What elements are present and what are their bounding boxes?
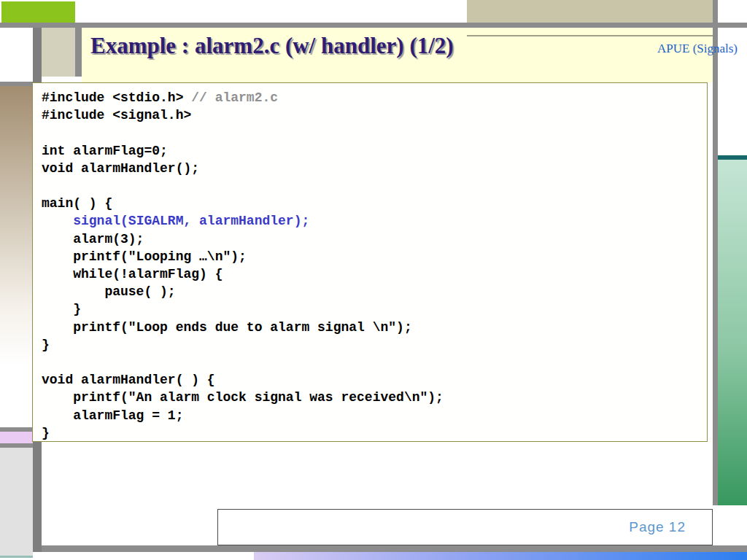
green-accent-block <box>1 1 75 23</box>
code-line: } <box>42 424 707 442</box>
gray-strip <box>75 28 82 77</box>
code-text: alarm(3); <box>42 232 144 246</box>
course-badge: APUE (Signals) <box>657 42 738 56</box>
code-text: int alarmFlag=0; <box>42 144 168 158</box>
left-light-gray-column <box>0 448 33 556</box>
page-number-box: Page 12 <box>217 509 713 545</box>
tan-accent-block-left <box>42 28 75 77</box>
code-line: void alarmHandler( ) { <box>42 371 707 389</box>
left-brown-gradient-column <box>0 86 33 427</box>
code-text: while(!alarmFlag) { <box>42 267 222 281</box>
code-line: printf("An alarm clock signal was receiv… <box>42 389 707 406</box>
lavender-accent-block <box>0 432 33 443</box>
code-text: void alarmHandler(); <box>42 161 199 176</box>
right-green-gradient-column <box>718 160 747 505</box>
code-line <box>42 124 707 141</box>
slide-title: Example : alarm2.c (w/ handler) (1/2) <box>90 33 454 59</box>
code-text: } <box>42 338 50 352</box>
right-vertical-bar <box>713 0 718 505</box>
slide: Page 12 #include <stdio.h> // alarm2.c#i… <box>0 0 747 560</box>
code-text <box>42 214 73 228</box>
code-line: printf("Looping …\n"); <box>42 248 707 265</box>
code-text: void alarmHandler( ) { <box>42 373 215 387</box>
code-text: #include <signal.h> <box>42 108 191 122</box>
code-text: pause( ); <box>42 284 176 299</box>
code-line: int alarmFlag=0; <box>42 142 707 160</box>
code-line: } <box>42 300 707 318</box>
code-line: pause( ); <box>42 283 707 300</box>
code-line: main( ) { <box>42 195 707 212</box>
code-text: } <box>42 426 50 440</box>
left-white-box <box>0 28 33 82</box>
code-line: } <box>42 336 707 354</box>
code-text: } <box>42 302 81 316</box>
tan-accent-block-top <box>467 0 713 23</box>
bottom-divider-bar <box>42 545 747 552</box>
code-text: printf("Looping …\n"); <box>42 249 247 264</box>
code-line <box>42 354 707 371</box>
code-lines: #include <stdio.h> // alarm2.c#include <… <box>42 89 707 442</box>
code-line: while(!alarmFlag) { <box>42 265 707 283</box>
code-line: alarm(3); <box>42 230 707 248</box>
code-line: signal(SIGALRM, alarmHandler); <box>42 212 707 230</box>
code-comment: // alarm2.c <box>191 90 278 105</box>
page-number-label: Page 12 <box>629 519 686 535</box>
code-line: void alarmHandler(); <box>42 160 707 177</box>
top-divider-bar <box>0 23 747 28</box>
bottom-gradient-bar <box>254 552 747 560</box>
teal-accent-line <box>0 556 33 558</box>
white-notch <box>42 77 82 82</box>
tan-block-underline <box>467 35 713 36</box>
code-text: #include <stdio.h> <box>42 90 191 105</box>
code-text: alarmFlag = 1; <box>42 408 183 423</box>
code-line: printf("Loop ends due to alarm signal \n… <box>42 319 707 336</box>
code-text: printf("An alarm clock signal was receiv… <box>42 390 444 405</box>
code-line: alarmFlag = 1; <box>42 407 707 424</box>
code-line <box>42 177 707 195</box>
code-text: printf("Loop ends due to alarm signal \n… <box>42 320 412 335</box>
code-highlight: signal(SIGALRM, alarmHandler); <box>73 214 309 228</box>
code-line: #include <stdio.h> // alarm2.c <box>42 89 707 106</box>
code-text: main( ) { <box>42 196 112 211</box>
code-block: #include <stdio.h> // alarm2.c#include <… <box>32 82 708 442</box>
code-line: #include <signal.h> <box>42 106 707 124</box>
